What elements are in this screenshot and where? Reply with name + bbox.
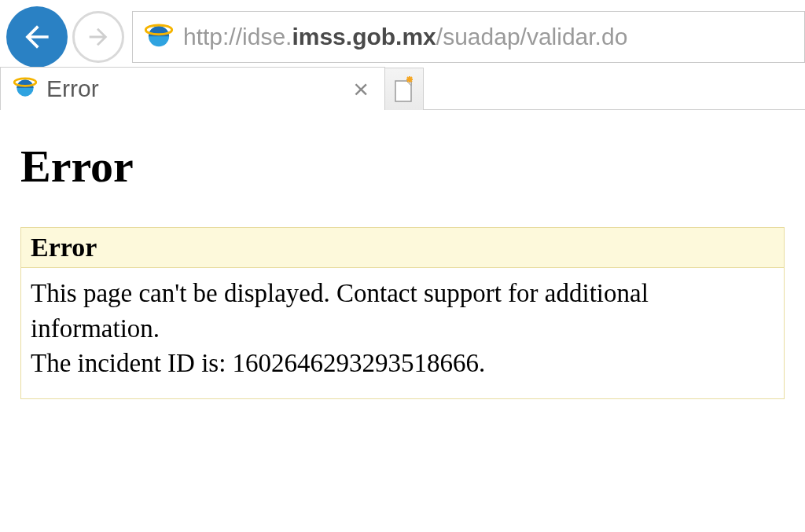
error-box-body: This page can't be displayed. Contact su… <box>21 268 784 398</box>
back-arrow-icon <box>20 20 54 54</box>
tab-favicon-icon <box>12 74 39 104</box>
url-text: http://idse.imss.gob.mx/suadap/validar.d… <box>183 24 627 50</box>
tab-close-button[interactable]: × <box>345 75 377 102</box>
svg-rect-4 <box>395 81 411 101</box>
incident-suffix: . <box>479 349 485 377</box>
page-content: Error Error This page can't be displayed… <box>0 110 805 429</box>
incident-id: 1602646293293518666 <box>233 349 480 377</box>
tab-row: Error × <box>0 66 805 110</box>
address-bar[interactable]: http://idse.imss.gob.mx/suadap/validar.d… <box>132 11 805 63</box>
forward-button[interactable] <box>72 11 124 63</box>
url-host: imss.gob.mx <box>292 24 436 50</box>
new-tab-button[interactable] <box>384 68 424 110</box>
error-box: Error This page can't be displayed. Cont… <box>20 227 785 399</box>
back-button[interactable] <box>6 6 68 68</box>
new-tab-page-icon <box>392 76 416 103</box>
error-message-line-2: The incident ID is: 1602646293293518666. <box>31 346 774 381</box>
tab-title: Error <box>46 75 345 102</box>
url-prefix: http://idse. <box>183 24 292 50</box>
incident-prefix: The incident ID is: <box>31 349 233 377</box>
browser-nav-row: http://idse.imss.gob.mx/suadap/validar.d… <box>0 0 805 74</box>
error-message-line-1: This page can't be displayed. Contact su… <box>31 276 774 346</box>
error-box-header: Error <box>21 228 784 268</box>
page-heading: Error <box>20 140 785 193</box>
browser-tab[interactable]: Error × <box>0 67 385 110</box>
forward-arrow-icon <box>85 24 112 50</box>
url-suffix: /suadap/validar.do <box>436 24 628 50</box>
ie-logo-icon <box>144 20 174 53</box>
